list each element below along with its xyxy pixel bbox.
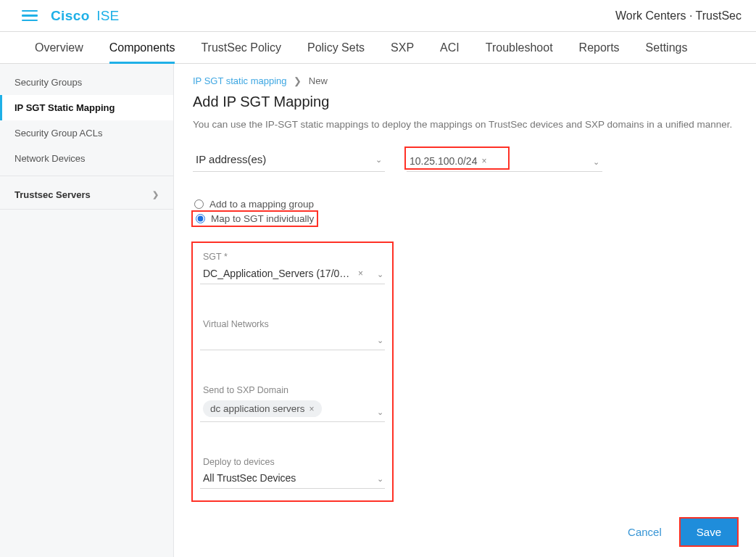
breadcrumb-current: New: [309, 75, 328, 86]
tab-trustsec-policy[interactable]: TrustSec Policy: [188, 32, 294, 64]
tab-troubleshoot[interactable]: Troubleshoot: [473, 32, 566, 64]
main-content: IP SGT static mapping ❯ New Add IP SGT M…: [174, 64, 756, 557]
breadcrumb-link[interactable]: IP SGT static mapping: [193, 75, 287, 86]
sidebar-item-ip-sgt-static-mapping[interactable]: IP SGT Static Mapping: [0, 95, 173, 120]
sidebar-item-network-devices[interactable]: Network Devices: [0, 146, 173, 171]
save-button[interactable]: Save: [681, 519, 737, 545]
top-header: Cisco ISE Work Centers · TrustSec: [0, 0, 756, 32]
hamburger-menu-icon[interactable]: [22, 8, 38, 24]
cancel-button[interactable]: Cancel: [628, 526, 662, 538]
brand-ise: ISE: [96, 8, 119, 23]
clear-sgt-icon[interactable]: ×: [358, 268, 363, 278]
sidebar-section-trustsec-servers[interactable]: Trustsec Servers ❯: [0, 181, 173, 209]
radio-map-individually-input[interactable]: [196, 214, 205, 223]
deploy-label: Deploy to devices: [200, 457, 385, 467]
radio-map-individually-label: Map to SGT individually: [211, 213, 314, 224]
sgt-value: DC_Application_Servers (17/00…: [203, 268, 352, 279]
mapping-mode-radios: Add to a mapping group Map to SGT indivi…: [193, 198, 737, 226]
chevron-down-icon: ⌄: [375, 154, 382, 164]
tab-sxp[interactable]: SXP: [378, 32, 427, 64]
sxp-pill-text: dc application servers: [210, 403, 305, 414]
tab-components[interactable]: Components: [96, 32, 188, 64]
ip-type-select[interactable]: IP address(es) ⌄: [193, 149, 385, 172]
sgt-select[interactable]: DC_Application_Servers (17/00… × ⌄: [200, 264, 385, 284]
tab-reports[interactable]: Reports: [566, 32, 633, 64]
chevron-down-icon: ⌄: [377, 270, 383, 279]
left-sidebar: Security Groups IP SGT Static Mapping Se…: [0, 64, 174, 557]
radio-add-to-group-label: Add to a mapping group: [209, 199, 314, 210]
ip-chip: 10.25.100.0/24 ×: [410, 155, 486, 167]
ip-address-field[interactable]: 10.25.100.0/24 × ⌄: [407, 152, 602, 172]
chevron-down-icon: ⌄: [593, 157, 599, 167]
sidebar-section-label: Trustsec Servers: [14, 189, 91, 200]
sidebar-item-security-group-acls[interactable]: Security Group ACLs: [0, 120, 173, 146]
vnet-label: Virtual Networks: [200, 319, 385, 329]
brand-cisco: Cisco: [51, 8, 90, 23]
chevron-down-icon: ⌄: [377, 336, 383, 345]
deploy-value: All TrustSec Devices: [203, 472, 296, 484]
page-description: You can use the IP-SGT static mappings t…: [193, 119, 737, 130]
tab-overview[interactable]: Overview: [22, 32, 96, 64]
ip-chip-text: 10.25.100.0/24: [410, 155, 477, 167]
chevron-down-icon: ⌄: [377, 474, 383, 484]
sgt-label: SGT *: [200, 252, 385, 262]
tab-policy-sets[interactable]: Policy Sets: [294, 32, 378, 64]
sidebar-item-security-groups[interactable]: Security Groups: [0, 70, 173, 95]
deploy-field-group: Deploy to devices All TrustSec Devices ⌄: [200, 457, 385, 489]
sgt-field-group: SGT * DC_Application_Servers (17/00… × ⌄: [200, 252, 385, 284]
sxp-label: Send to SXP Domain: [200, 385, 385, 395]
page-title: Add IP SGT Mapping: [193, 94, 737, 110]
tab-aci[interactable]: ACI: [427, 32, 473, 64]
ip-row: IP address(es) ⌄ 10.25.100.0/24 × ⌄: [193, 149, 737, 172]
chevron-right-icon: ❯: [152, 190, 159, 199]
breadcrumb: IP SGT static mapping ❯ New: [193, 75, 737, 86]
vnet-field-group: Virtual Networks ⌄: [200, 319, 385, 350]
radio-map-individually[interactable]: Map to SGT individually: [194, 213, 315, 225]
radio-add-to-group-input[interactable]: [194, 199, 204, 209]
deploy-select[interactable]: All TrustSec Devices ⌄: [200, 469, 385, 489]
mapping-form-box: SGT * DC_Application_Servers (17/00… × ⌄…: [193, 243, 392, 500]
chevron-down-icon: ⌄: [377, 408, 383, 417]
sxp-select[interactable]: dc application servers × ⌄: [200, 397, 385, 422]
header-context: Work Centers · TrustSec: [615, 9, 742, 22]
remove-ip-chip-icon[interactable]: ×: [481, 156, 486, 166]
ip-type-value: IP address(es): [196, 153, 266, 165]
top-tabs: Overview Components TrustSec Policy Poli…: [0, 32, 756, 64]
sxp-field-group: Send to SXP Domain dc application server…: [200, 385, 385, 422]
brand: Cisco ISE: [51, 8, 119, 24]
tab-settings[interactable]: Settings: [633, 32, 701, 64]
vnet-select[interactable]: ⌄: [200, 331, 385, 350]
button-bar: Cancel Save: [628, 519, 737, 545]
sxp-pill: dc application servers ×: [203, 400, 322, 417]
remove-sxp-pill-icon[interactable]: ×: [310, 404, 315, 414]
breadcrumb-sep-icon: ❯: [294, 75, 302, 86]
radio-add-to-group[interactable]: Add to a mapping group: [193, 198, 737, 210]
